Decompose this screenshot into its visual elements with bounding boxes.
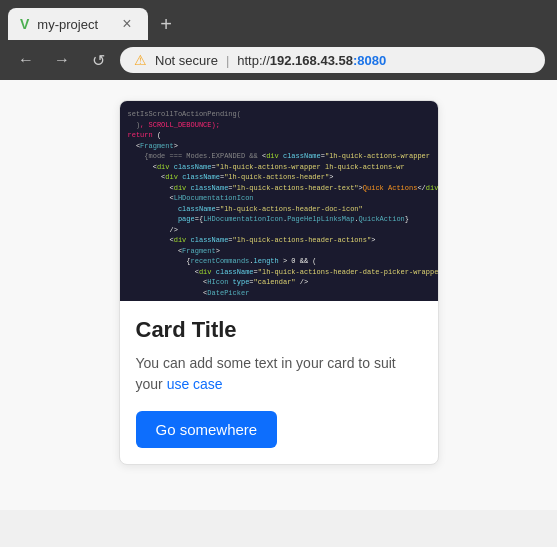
card-body: Card Title You can add some text in your… [120, 301, 438, 464]
tab-title: my-project [37, 17, 110, 32]
browser-tab[interactable]: V my-project × [8, 8, 148, 40]
address-bar[interactable]: ⚠ Not secure | http://192.168.43.58:8080 [120, 47, 545, 73]
tab-close-button[interactable]: × [118, 15, 136, 33]
new-tab-button[interactable]: + [152, 10, 180, 38]
forward-button[interactable]: → [48, 46, 76, 74]
security-warning-icon: ⚠ [134, 52, 147, 68]
code-preview: setIsScrollToActionPending( ), SCROLL_DE… [120, 101, 438, 301]
reload-button[interactable]: ↺ [84, 46, 112, 74]
tab-favicon: V [20, 16, 29, 32]
not-secure-label: Not secure [155, 53, 218, 68]
back-button[interactable]: ← [12, 46, 40, 74]
url-protocol: http:// [237, 53, 270, 68]
card-image: setIsScrollToActionPending( ), SCROLL_DE… [120, 101, 438, 301]
url-host: 192.168.43.58 [270, 53, 353, 68]
go-somewhere-button[interactable]: Go somewhere [136, 411, 278, 448]
card-text-link: use case [167, 376, 223, 392]
url-port: :8080 [353, 53, 386, 68]
card-title: Card Title [136, 317, 422, 343]
url-text: http://192.168.43.58:8080 [237, 53, 386, 68]
tab-bar: V my-project × + [0, 0, 557, 40]
address-bar-row: ← → ↺ ⚠ Not secure | http://192.168.43.5… [0, 40, 557, 80]
address-divider: | [226, 53, 229, 68]
browser-chrome: V my-project × + ← → ↺ ⚠ Not secure | ht… [0, 0, 557, 80]
card: setIsScrollToActionPending( ), SCROLL_DE… [119, 100, 439, 465]
card-text: You can add some text in your card to su… [136, 353, 422, 395]
page-content: setIsScrollToActionPending( ), SCROLL_DE… [0, 80, 557, 510]
